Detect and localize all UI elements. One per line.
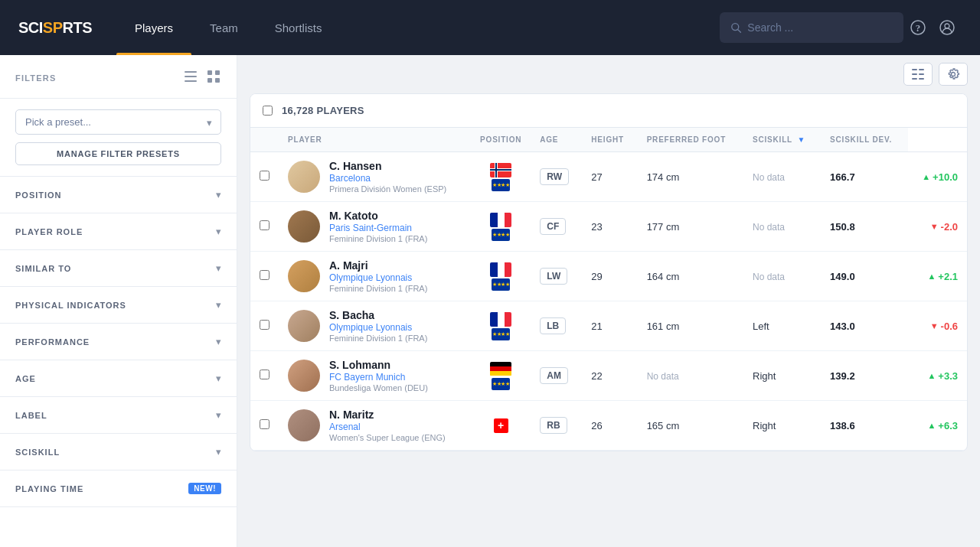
th-sciskill[interactable]: SCISKILL ▼ — [743, 128, 821, 152]
th-position: POSITION — [471, 128, 531, 152]
avatar — [288, 360, 320, 392]
select-all-checkbox[interactable] — [263, 106, 273, 116]
flag-wrapper: ★★★★ — [480, 163, 521, 191]
settings-button[interactable] — [939, 63, 968, 86]
th-height: HEIGHT — [582, 128, 637, 152]
preset-row: Pick a preset... MANAGE FILTER PRESETS — [0, 99, 237, 177]
player-details: S. Lohmann FC Bayern Munich Bundesliga W… — [329, 359, 428, 392]
sort-arrow-icon: ▼ — [797, 135, 805, 144]
eu-badge: ★★★★ — [492, 229, 510, 241]
svg-text:?: ? — [916, 22, 921, 34]
player-details: A. Majri Olympique Lyonnais Feminine Div… — [329, 259, 427, 293]
th-sciskill-dev: SCISKILL DEV. — [821, 128, 908, 152]
player-details: C. Hansen Barcelona Primera División Wom… — [329, 160, 446, 194]
user-button[interactable] — [933, 13, 962, 42]
search-input[interactable] — [747, 21, 893, 34]
svg-rect-15 — [912, 73, 917, 75]
chevron-down-icon: ▾ — [216, 299, 221, 311]
th-preferred-foot: PREFERRED FOOT — [638, 128, 743, 152]
table-row: S. Bacha Olympique Lyonnais Feminine Div… — [250, 301, 967, 351]
list-view-icon-btn[interactable] — [183, 69, 198, 87]
filter-section-performance[interactable]: PERFORMANCE ▾ — [0, 324, 237, 360]
svg-rect-18 — [919, 78, 924, 80]
sidebar-filters-header: FILTERS — [0, 55, 237, 99]
manage-filter-presets-button[interactable]: MANAGE FILTER PRESETS — [15, 142, 221, 165]
filter-section-position[interactable]: POSITION ▾ — [0, 177, 237, 213]
dev-value: ▲+3.3 — [917, 370, 958, 382]
search-box — [720, 12, 903, 43]
chevron-down-icon: ▾ — [216, 336, 221, 347]
flag-wrapper: ★★★★ — [480, 362, 521, 390]
avatar — [288, 161, 320, 193]
filter-section-sciskill[interactable]: SCISKILL ▾ — [0, 434, 237, 470]
nav-tab-shortlists[interactable]: Shortlists — [256, 0, 341, 55]
eu-badge: ★★★★ — [492, 378, 510, 390]
filter-section-physical-indicators[interactable]: PHYSICAL INDICATORS ▾ — [0, 287, 237, 324]
row-checkbox[interactable] — [260, 171, 270, 181]
flag-wrapper: ★★★★ — [480, 312, 521, 340]
chevron-down-icon: ▾ — [216, 189, 221, 200]
help-button[interactable]: ? — [903, 13, 933, 42]
chevron-down-icon: ▾ — [216, 262, 221, 274]
filter-section-playing-time[interactable]: PLAYING TIME NEW! — [0, 470, 237, 507]
dev-value: ▼-0.6 — [917, 321, 958, 332]
row-checkbox[interactable] — [260, 270, 270, 280]
chevron-down-icon: ▾ — [216, 226, 221, 237]
player-info: C. Hansen Barcelona Primera División Wom… — [288, 160, 462, 194]
search-icon — [730, 21, 741, 34]
svg-rect-6 — [185, 71, 197, 73]
avatar — [288, 210, 320, 243]
nav-tab-team[interactable]: Team — [191, 0, 256, 55]
navbar: SCISPRTS Players Team Shortlists ? — [0, 0, 980, 55]
grid-view-icon-btn[interactable] — [206, 69, 221, 87]
avatar — [288, 310, 320, 342]
svg-line-1 — [738, 30, 741, 33]
flag-france — [490, 312, 511, 327]
flag-wrapper: ★★★★ — [480, 262, 521, 291]
filter-section-similar-to[interactable]: SIMILAR TO ▾ — [0, 250, 237, 287]
dev-value: ▲+2.1 — [917, 271, 958, 282]
svg-rect-8 — [185, 80, 197, 82]
table-head: PLAYER POSITION AGE HEIGHT — [250, 128, 967, 152]
svg-rect-12 — [215, 78, 220, 83]
sidebar-header-icons — [183, 69, 221, 87]
filter-section-label[interactable]: LABEL ▾ — [0, 397, 237, 434]
row-checkbox[interactable] — [260, 320, 270, 330]
player-details: N. Maritz Arsenal Women's Super League (… — [329, 409, 446, 442]
svg-rect-17 — [912, 78, 917, 80]
flag-switzerland — [494, 418, 508, 433]
flag-wrapper — [480, 418, 521, 433]
preset-select[interactable]: Pick a preset... — [15, 109, 221, 135]
players-table: 16,728 PLAYERS PLAYER POSITION — [250, 93, 968, 451]
table-header-row: 16,728 PLAYERS — [250, 94, 967, 128]
player-details: M. Katoto Paris Saint-Germain Feminine D… — [329, 210, 427, 243]
table-row: M. Katoto Paris Saint-Germain Feminine D… — [250, 202, 967, 252]
eu-badge: ★★★★ — [492, 179, 510, 191]
flag-germany — [490, 362, 511, 376]
table-row: N. Maritz Arsenal Women's Super League (… — [250, 401, 967, 451]
filter-section-player-role[interactable]: PLAYER ROLE ▾ — [0, 213, 237, 250]
table-row: A. Majri Olympique Lyonnais Feminine Div… — [250, 252, 967, 301]
th-checkbox — [250, 128, 279, 152]
row-checkbox[interactable] — [260, 419, 270, 429]
table-view-button[interactable] — [903, 63, 933, 86]
table-container: 16,728 PLAYERS PLAYER POSITION — [237, 93, 980, 547]
flag-france — [490, 262, 511, 277]
svg-rect-16 — [919, 73, 924, 75]
layout: FILTERS — [0, 55, 980, 547]
sidebar: FILTERS — [0, 55, 237, 547]
avatar — [288, 409, 320, 441]
preset-select-wrapper: Pick a preset... — [15, 109, 221, 135]
main-content: 16,728 PLAYERS PLAYER POSITION — [237, 55, 980, 547]
row-checkbox[interactable] — [260, 220, 270, 230]
players-data-table: PLAYER POSITION AGE HEIGHT — [250, 128, 967, 451]
filter-section-age[interactable]: AGE ▾ — [0, 360, 237, 397]
row-checkbox[interactable] — [260, 370, 270, 379]
svg-rect-13 — [912, 69, 917, 70]
main-toolbar — [237, 55, 980, 93]
player-info: M. Katoto Paris Saint-Germain Feminine D… — [288, 210, 462, 243]
svg-rect-7 — [185, 76, 197, 77]
nav-tab-players[interactable]: Players — [116, 0, 191, 55]
svg-rect-10 — [215, 70, 220, 75]
brand-logo: SCISPRTS — [18, 19, 92, 37]
